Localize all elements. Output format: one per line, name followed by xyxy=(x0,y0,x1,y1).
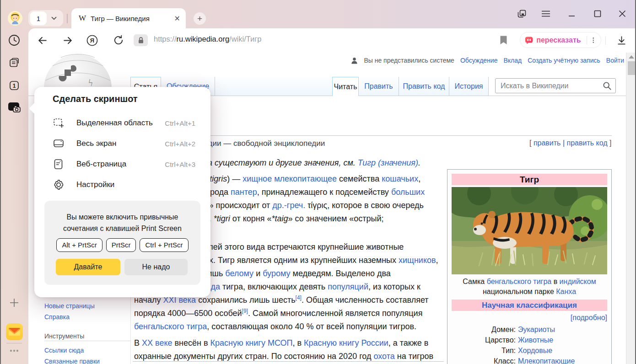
screenshot-tool-icon[interactable] xyxy=(0,101,28,115)
text-segment: Самка xyxy=(463,278,486,285)
sidebar-link-what-links-here[interactable]: Ссылки сюда xyxy=(44,347,84,354)
personal-bar: Вы не представились системе Обсуждение В… xyxy=(351,57,624,64)
decline-button[interactable]: Не надо xyxy=(124,259,188,275)
text-segment: медведям. Выделено два xyxy=(291,269,391,278)
address-bar[interactable]: https://ru.wikipedia.org/wiki/Тигр xyxy=(154,35,262,43)
menu-icon[interactable] xyxy=(540,8,551,20)
maximize-button[interactable] xyxy=(592,8,603,20)
wiki-link[interactable]: править код xyxy=(567,139,608,147)
wiki-link[interactable]: индийском xyxy=(560,278,596,285)
personal-link-talk[interactable]: Обсуждение xyxy=(460,57,498,64)
classification-header[interactable]: Научная классификация xyxy=(452,300,607,311)
retell-more-icon[interactable] xyxy=(591,36,596,44)
taxonomy-value[interactable]: Млекопитающие xyxy=(518,356,607,364)
wiki-link[interactable]: больших xyxy=(391,187,425,197)
tab-groups-icon[interactable] xyxy=(516,8,527,20)
notes-icon[interactable] xyxy=(0,56,28,69)
url-path: /wiki/Тигр xyxy=(229,35,261,43)
forward-icon[interactable] xyxy=(62,35,74,48)
menu-item-shortcut: Ctrl+Alt+1 xyxy=(165,119,195,127)
menu-item-full-screen[interactable]: Весь экран Ctrl+Alt+2 xyxy=(53,137,195,150)
screenshot-popup: Сделать скриншот Выделенная область Ctrl… xyxy=(34,87,210,297)
taxonomy-value[interactable]: Животные xyxy=(518,335,607,345)
text-segment: семейства xyxy=(337,174,382,183)
wiki-link[interactable]: править xyxy=(534,139,561,147)
scrollbar[interactable] xyxy=(626,53,636,364)
text-segment: тигра, включающих девять xyxy=(220,282,328,291)
wiki-link[interactable]: бурому xyxy=(263,269,290,278)
web-page-icon xyxy=(53,158,65,170)
personal-link-login[interactable]: Войти xyxy=(606,57,624,64)
reload-icon[interactable] xyxy=(113,34,124,48)
key-alt-prtscr: Alt + PrtScr xyxy=(56,238,102,252)
new-tab-button[interactable]: + xyxy=(194,12,206,25)
tab-close-icon[interactable]: ✕ xyxy=(174,14,180,23)
minimize-button[interactable] xyxy=(566,8,577,20)
more-icon[interactable] xyxy=(0,348,28,354)
wiki-link[interactable]: Тигр (значения) xyxy=(358,158,418,167)
bookmark-icon[interactable] xyxy=(500,35,507,47)
downloads-icon[interactable] xyxy=(616,35,627,48)
sidebar-link-new-pages[interactable]: Новые страницы xyxy=(44,302,95,310)
wiki-link[interactable]: кошачьих xyxy=(382,174,418,183)
menu-item-web-page[interactable]: Веб-страница Ctrl+Alt+3 xyxy=(53,157,195,171)
wiki-link[interactable]: пантер xyxy=(231,187,257,197)
history-icon[interactable] xyxy=(0,34,28,47)
wiki-link[interactable]: популяций xyxy=(328,282,368,291)
scrollbar-thumb[interactable] xyxy=(628,61,635,75)
wiki-link[interactable]: Канха xyxy=(556,288,576,295)
wiki-link[interactable]: белому xyxy=(225,269,253,278)
text-segment: , из которых к xyxy=(368,282,420,291)
retell-button[interactable]: пересказать xyxy=(520,32,601,48)
tab-edit[interactable]: Править xyxy=(359,77,399,96)
add-panel-icon[interactable] xyxy=(0,297,28,309)
yandex-mail-icon[interactable] xyxy=(0,323,28,340)
taxobox: Тигр xyxy=(447,169,612,364)
wiki-link[interactable]: охота xyxy=(373,352,394,361)
wiki-link[interactable]: Красную книгу России xyxy=(304,338,388,348)
wiki-link[interactable]: хищников xyxy=(399,256,436,265)
wiki-link[interactable]: Красную книгу МСОП xyxy=(210,338,293,348)
wiki-link[interactable]: хищное млекопитающее xyxy=(243,174,337,183)
personal-link-contribs[interactable]: Вклад xyxy=(503,57,522,64)
tab-edit-source[interactable]: Править код xyxy=(399,77,449,96)
wiki-link[interactable]: XX веке xyxy=(142,338,172,348)
titlebar-divider xyxy=(67,14,68,23)
wiki-search xyxy=(495,78,616,93)
details-link[interactable]: [подробно] xyxy=(452,314,607,322)
chevron-down-icon xyxy=(50,14,58,22)
wiki-link[interactable]: бенгальского тигра xyxy=(487,278,552,285)
personal-link-create-account[interactable]: Создать учётную запись xyxy=(528,57,600,64)
wiki-link[interactable]: [9] xyxy=(242,308,248,314)
scrollbar-up-button[interactable] xyxy=(629,55,634,59)
tabs-panel-icon[interactable]: 1 xyxy=(0,79,28,92)
tab-history[interactable]: История xyxy=(449,77,489,96)
text-segment: ) — xyxy=(227,174,243,183)
menu-item-settings[interactable]: Настройки xyxy=(53,178,195,192)
wiki-link[interactable]: бенгальского тигра xyxy=(134,322,207,331)
taxonomy-row: Класс: Млекопитающие xyxy=(452,356,607,364)
sidebar-link-related-changes[interactable]: Связанные правки xyxy=(44,358,100,364)
menu-item-selected-area[interactable]: Выделенная область Ctrl+Alt+1 xyxy=(53,116,195,130)
site-security-badge[interactable] xyxy=(134,34,148,46)
taxonomy-value[interactable]: Хордовые xyxy=(518,345,607,356)
accept-button[interactable]: Давайте xyxy=(56,259,120,275)
taxonomy-label: Царство: xyxy=(452,335,516,345)
text-segment: , xyxy=(436,256,438,265)
back-icon[interactable] xyxy=(37,35,48,48)
tiger-photo[interactable] xyxy=(452,187,607,274)
search-input[interactable] xyxy=(500,81,599,91)
text-segment: В xyxy=(134,338,142,348)
wiki-link[interactable]: [4] xyxy=(296,294,302,301)
sidebar-link-help[interactable]: Справка xyxy=(44,313,70,321)
avatar[interactable] xyxy=(8,11,22,27)
wiki-link[interactable]: др.-греч. xyxy=(272,201,305,210)
yandex-search-icon[interactable]: Я xyxy=(86,34,98,48)
tab-read[interactable]: Читать xyxy=(332,77,359,96)
taxonomy-value[interactable]: Эукариоты xyxy=(518,324,607,335)
tab-counter[interactable]: 1 xyxy=(28,10,63,27)
close-button[interactable] xyxy=(617,8,628,20)
browser-tab[interactable]: W Тигр — Википедия ✕ xyxy=(71,8,186,28)
search-icon[interactable] xyxy=(603,81,612,91)
rail-divider xyxy=(6,343,22,343)
